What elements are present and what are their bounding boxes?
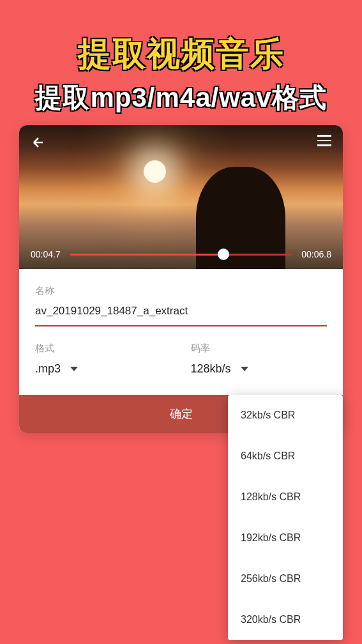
- name-input[interactable]: av_20191029_18487_a_extract: [35, 305, 327, 326]
- name-label: 名称: [35, 285, 327, 297]
- bitrate-dropdown[interactable]: 128kb/s: [191, 362, 328, 376]
- app-card: 00:04.7 00:06.8 名称 av_20191029_18487_a_e…: [19, 125, 343, 433]
- video-controls: 00:04.7 00:06.8: [19, 249, 343, 259]
- confirm-label: 确定: [170, 408, 193, 420]
- progress-fill: [70, 254, 223, 256]
- video-progress-bar[interactable]: [70, 254, 292, 256]
- bitrate-option[interactable]: 256kb/s CBR: [228, 558, 343, 599]
- hamburger-menu-icon[interactable]: [317, 135, 331, 146]
- chevron-down-icon: [241, 367, 248, 371]
- back-arrow-icon[interactable]: [31, 135, 46, 154]
- bitrate-field: 码率 128kb/s: [191, 342, 328, 376]
- current-time: 00:04.7: [31, 249, 61, 259]
- bitrate-value: 128kb/s: [191, 362, 231, 376]
- bitrate-option[interactable]: 128kb/s CBR: [228, 477, 343, 518]
- chevron-down-icon: [70, 367, 78, 371]
- bitrate-dropdown-menu: 32kb/s CBR 64kb/s CBR 128kb/s CBR 192kb/…: [228, 395, 343, 640]
- name-field-section: 名称 av_20191029_18487_a_extract: [19, 269, 343, 326]
- format-value: .mp3: [35, 362, 61, 376]
- format-field: 格式 .mp3: [35, 342, 172, 376]
- format-bitrate-row: 格式 .mp3 码率 128kb/s: [19, 326, 343, 395]
- bitrate-option[interactable]: 192kb/s CBR: [228, 518, 343, 558]
- page-subtitle: 提取mp3/m4a/wav格式: [0, 80, 362, 116]
- format-label: 格式: [35, 342, 172, 355]
- progress-knob[interactable]: [218, 249, 229, 260]
- bitrate-option[interactable]: 64kb/s CBR: [228, 436, 343, 477]
- format-dropdown[interactable]: .mp3: [35, 362, 172, 376]
- bitrate-option[interactable]: 320kb/s CBR: [228, 599, 343, 640]
- bitrate-label: 码率: [191, 342, 328, 355]
- video-preview: 00:04.7 00:06.8: [19, 125, 343, 269]
- page-title: 提取视频音乐: [0, 0, 362, 77]
- sun-visual: [144, 160, 166, 183]
- bitrate-option[interactable]: 32kb/s CBR: [228, 395, 343, 436]
- confirm-button[interactable]: 确定 32kb/s CBR 64kb/s CBR 128kb/s CBR 192…: [19, 395, 343, 433]
- duration-time: 00:06.8: [301, 249, 331, 259]
